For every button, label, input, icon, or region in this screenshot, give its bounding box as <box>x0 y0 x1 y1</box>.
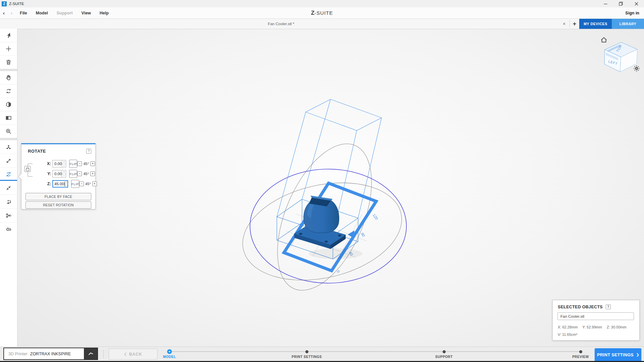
printer-expand-button[interactable] <box>84 348 97 359</box>
dimension-y: Y: 52.99mm <box>582 325 602 329</box>
rotate-x-spinner[interactable]: + − <box>62 160 66 167</box>
reset-rotation-button[interactable]: RESET ROTATION <box>26 201 91 209</box>
document-tab[interactable]: Fan Cooler.stl * <box>0 19 562 29</box>
step-label-support[interactable]: SUPPORT <box>417 355 471 359</box>
object-volume: V: 11.65cm³ <box>558 332 577 337</box>
orbit-view-button[interactable] <box>0 85 17 98</box>
chevron-left-icon <box>124 352 127 356</box>
rotate-z-minus45-button[interactable]: − <box>79 182 84 186</box>
step-label-print-settings[interactable]: PRINT SETTINGS <box>280 355 334 359</box>
home-rotate-icon <box>5 225 12 233</box>
split-model-button[interactable] <box>0 209 17 222</box>
tab-separator <box>569 20 570 28</box>
spinner-down[interactable]: − <box>65 184 68 188</box>
panel-pointer <box>19 174 21 179</box>
zsuite-window: 120 80 40 0 <box>0 0 644 362</box>
menu-item-file[interactable]: File <box>15 11 32 15</box>
place-by-face-button[interactable]: PLACE BY FACE <box>26 193 91 200</box>
select-tool-button[interactable] <box>0 29 17 42</box>
rotate-z-input[interactable]: 45.00 + − <box>52 180 68 188</box>
add-model-button[interactable] <box>0 42 17 56</box>
rotate-tool-button[interactable] <box>0 168 17 181</box>
spinner-down[interactable]: − <box>62 174 66 177</box>
move-arrows-icon <box>5 143 12 151</box>
pan-view-button[interactable] <box>0 71 17 85</box>
tab-close-button[interactable]: × <box>559 19 569 29</box>
rotate-arrows-icon <box>5 170 12 178</box>
restore-button[interactable] <box>613 0 629 7</box>
lay-flat-icon <box>5 198 12 206</box>
plus-icon <box>5 45 12 53</box>
nav-back-button[interactable]: ‹ <box>0 10 8 16</box>
trash-icon <box>5 58 12 66</box>
printer-selector[interactable]: 3D Printer: ZORTRAX INKSPIRE <box>3 348 98 360</box>
step-dot-preview[interactable] <box>579 350 582 353</box>
print-settings-button[interactable]: PRINT SETTINGS <box>595 348 641 361</box>
section-view-button[interactable] <box>0 111 17 125</box>
rotate-y-plus45-button[interactable]: + <box>90 171 95 176</box>
minimize-button[interactable] <box>598 0 613 7</box>
step-label-model[interactable]: MODEL <box>143 355 196 359</box>
rotate-y-minus45-button[interactable]: − <box>77 171 82 176</box>
selected-objects-help-button[interactable]: ? <box>606 304 611 309</box>
step-dot-support[interactable] <box>443 350 446 353</box>
title-bar: Z Z-SUITE <box>0 0 644 7</box>
app-title: Z-SUITE <box>9 2 24 6</box>
step-dot-model[interactable] <box>167 349 172 354</box>
flip-y-button[interactable]: FLIP <box>69 170 77 178</box>
move-tool-button[interactable] <box>0 140 17 154</box>
rotate-x-plus45-button[interactable]: + <box>90 161 95 166</box>
minimize-icon <box>604 2 607 6</box>
rotate-help-button[interactable]: ? <box>86 149 91 154</box>
menu-bar: ‹ › File Model Support View Help Z-SUITE… <box>0 7 644 19</box>
menu-item-help[interactable]: Help <box>95 11 113 15</box>
rotate-row-x: X: 0.00 + − FLIP − 45° + <box>21 160 95 168</box>
collapse-arrows-icon <box>5 184 12 192</box>
my-devices-button[interactable]: MY DEVICES <box>579 19 612 29</box>
nav-forward-button[interactable]: › <box>8 10 15 16</box>
sign-in-link[interactable]: Sign in <box>625 11 639 15</box>
render-mode-button[interactable] <box>0 98 17 111</box>
select-cursor-icon <box>5 32 12 39</box>
rotate-z-spinner[interactable]: + − <box>65 180 68 187</box>
rotate-row-z: Z: 45.00 + − FLIP − 45° + <box>21 180 95 188</box>
spinner-up[interactable]: + <box>62 160 66 164</box>
new-tab-button[interactable]: + <box>570 19 579 29</box>
rotate-panel: ROTATE ? X: 0.00 + − FLIP − 45° + <box>21 143 96 209</box>
rotate-x-input[interactable]: 0.00 + − <box>52 160 66 167</box>
section-view-icon <box>5 114 12 122</box>
scale-tool-button[interactable] <box>0 154 17 168</box>
printer-label: 3D Printer: <box>8 352 29 356</box>
flip-x-button[interactable]: FLIP <box>69 160 77 168</box>
rotate-y-input[interactable]: 0.00 + − <box>52 170 66 177</box>
spinner-up[interactable]: + <box>62 170 66 174</box>
object-name-input[interactable] <box>557 312 634 320</box>
deg-45-label: 45° <box>85 182 91 186</box>
deg-45-label: 45° <box>83 172 89 176</box>
flip-z-button[interactable]: FLIP <box>71 180 79 188</box>
lay-flat-button[interactable] <box>0 195 17 209</box>
menu-item-model[interactable]: Model <box>32 11 52 15</box>
resize-fit-button[interactable] <box>0 181 17 195</box>
rotate-z-plus45-button[interactable]: + <box>92 182 97 186</box>
axis-z-label: Z: <box>46 182 51 186</box>
library-button[interactable]: LIBRARY <box>612 19 644 29</box>
step-dot-print-settings[interactable] <box>305 350 308 353</box>
rotate-x-minus45-button[interactable]: − <box>77 161 82 166</box>
dimension-z: Z: 30.00mm <box>607 325 627 329</box>
hand-icon <box>5 74 12 82</box>
axis-x-label: X: <box>46 161 51 166</box>
zoom-tool-button[interactable] <box>0 125 17 138</box>
auto-arrange-button[interactable] <box>0 222 17 236</box>
viewport-canvas[interactable] <box>17 29 644 347</box>
workflow-step-line <box>169 351 581 352</box>
scissors-icon <box>5 212 12 219</box>
rotate-y-spinner[interactable]: + − <box>62 170 66 177</box>
dimension-x: X: 62.28mm <box>558 325 578 329</box>
spinner-down[interactable]: − <box>62 164 66 167</box>
close-icon <box>635 2 638 6</box>
delete-model-button[interactable] <box>0 56 17 69</box>
menu-item-view[interactable]: View <box>77 11 95 15</box>
spinner-up[interactable]: + <box>65 180 68 184</box>
close-button[interactable] <box>629 0 644 7</box>
